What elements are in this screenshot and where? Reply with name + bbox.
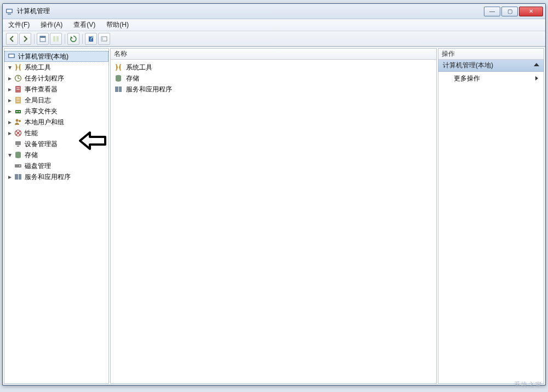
- storage-icon: [114, 74, 123, 83]
- tree-systools[interactable]: ▾ 系统工具: [4, 62, 109, 73]
- svg-rect-31: [15, 174, 18, 180]
- properties-button[interactable]: [50, 33, 62, 45]
- back-button[interactable]: [6, 33, 18, 45]
- expand-icon[interactable]: ▸: [7, 174, 13, 180]
- tree-local-users[interactable]: ▸ 本地用户和组: [4, 117, 109, 128]
- tree-global-log[interactable]: ▸ 全局日志: [4, 95, 109, 106]
- annotation-arrow: [78, 129, 109, 154]
- performance-icon: [14, 129, 22, 137]
- expand-icon[interactable]: ▸: [7, 119, 13, 125]
- svg-rect-19: [16, 100, 20, 100]
- separator: [64, 33, 65, 45]
- actions-heading[interactable]: 计算机管理(本地): [438, 60, 544, 72]
- expand-icon[interactable]: ▸: [7, 130, 13, 136]
- svg-rect-26: [15, 141, 21, 145]
- toolbar: ?: [3, 31, 545, 47]
- tree-panel: 计算机管理(本地) ▾ 系统工具 ▸ 任务计划程序 ▸ 事件查看器: [4, 48, 109, 384]
- tree-label: 性能: [25, 129, 38, 138]
- expand-icon[interactable]: ▸: [7, 76, 13, 82]
- svg-point-30: [19, 165, 20, 166]
- storage-icon: [14, 151, 22, 159]
- tree-event-viewer[interactable]: ▸ 事件查看器: [4, 84, 109, 95]
- list-item[interactable]: 服务和应用程序: [111, 84, 436, 95]
- svg-rect-16: [16, 89, 20, 90]
- refresh-button[interactable]: [67, 33, 79, 45]
- tree-label: 共享文件夹: [25, 107, 58, 116]
- separator: [33, 33, 35, 45]
- svg-rect-29: [15, 164, 21, 168]
- disk-icon: [14, 162, 22, 170]
- close-button[interactable]: ✕: [519, 7, 543, 16]
- svg-rect-4: [40, 36, 45, 38]
- titlebar[interactable]: 计算机管理 — ▢ ✕: [3, 4, 545, 19]
- list-label: 存储: [126, 74, 139, 83]
- tree-label: 磁盘管理: [25, 162, 51, 171]
- services-icon: [114, 85, 123, 94]
- tree-root[interactable]: 计算机管理(本地): [4, 51, 109, 62]
- action-more[interactable]: 更多操作: [438, 72, 544, 85]
- help-button[interactable]: ?: [85, 33, 97, 45]
- clock-icon: [14, 74, 22, 83]
- svg-text:?: ?: [89, 35, 93, 42]
- nav-tree[interactable]: 计算机管理(本地) ▾ 系统工具 ▸ 任务计划程序 ▸ 事件查看器: [4, 49, 109, 383]
- svg-point-23: [16, 119, 19, 122]
- actions-panel: 操作 计算机管理(本地) 更多操作: [438, 48, 544, 384]
- svg-rect-5: [53, 36, 55, 42]
- tools-icon: [14, 63, 22, 72]
- up-button[interactable]: [37, 33, 49, 45]
- collapse-icon[interactable]: ▾: [7, 65, 13, 71]
- tree-services-apps[interactable]: ▸ 服务和应用程序: [4, 171, 109, 182]
- tree-label: 系统工具: [25, 63, 51, 72]
- actions-heading-label: 计算机管理(本地): [443, 61, 493, 70]
- list-label: 系统工具: [126, 63, 152, 72]
- actions-body: 计算机管理(本地) 更多操作: [438, 60, 544, 383]
- column-header-name[interactable]: 名称: [111, 49, 436, 60]
- svg-rect-27: [17, 146, 19, 147]
- tree-task-scheduler[interactable]: ▸ 任务计划程序: [4, 73, 109, 84]
- maximize-button[interactable]: ▢: [501, 7, 518, 16]
- minimize-button[interactable]: —: [484, 7, 500, 16]
- app-icon: [5, 7, 14, 16]
- menu-file[interactable]: 文件(F): [6, 19, 32, 31]
- svg-rect-1: [7, 9, 12, 12]
- menubar: 文件(F) 操作(A) 查看(V) 帮助(H): [3, 19, 545, 31]
- chevron-right-icon: [535, 76, 538, 80]
- svg-point-21: [16, 111, 18, 112]
- svg-rect-12: [9, 55, 14, 57]
- watermark: 系统之家: [514, 381, 543, 389]
- content-list[interactable]: 系统工具 存储 服务和应用程序: [111, 60, 436, 383]
- window-title: 计算机管理: [17, 7, 50, 16]
- menu-view[interactable]: 查看(V): [71, 19, 98, 31]
- list-item[interactable]: 系统工具: [111, 62, 436, 73]
- menu-action[interactable]: 操作(A): [38, 19, 65, 31]
- tree-shared-folders[interactable]: ▸ 共享文件夹: [4, 106, 109, 117]
- collapse-icon[interactable]: ▾: [7, 152, 13, 158]
- tree-label: 设备管理器: [25, 140, 58, 149]
- svg-rect-10: [101, 37, 103, 41]
- forward-button[interactable]: [19, 33, 31, 45]
- tools-icon: [114, 63, 123, 72]
- tree-disk-management[interactable]: 磁盘管理: [4, 160, 109, 171]
- svg-point-24: [19, 120, 21, 122]
- svg-rect-35: [119, 87, 122, 92]
- collapse-icon: [534, 63, 539, 66]
- log-icon: [14, 96, 22, 105]
- tree-label: 任务计划程序: [25, 74, 64, 83]
- svg-rect-20: [16, 101, 20, 102]
- svg-rect-15: [16, 88, 20, 88]
- tree-label: 本地用户和组: [25, 118, 64, 127]
- expand-icon[interactable]: ▸: [7, 108, 13, 114]
- list-label: 服务和应用程序: [126, 85, 172, 94]
- list-item[interactable]: 存储: [111, 73, 436, 84]
- show-hide-button[interactable]: [98, 33, 110, 45]
- app-window: 计算机管理 — ▢ ✕ 文件(F) 操作(A) 查看(V) 帮助(H) ?: [2, 3, 546, 385]
- svg-rect-34: [115, 87, 118, 92]
- tree-label: 存储: [25, 151, 38, 160]
- separator: [82, 33, 83, 45]
- expand-icon[interactable]: ▸: [7, 87, 13, 93]
- svg-rect-32: [19, 174, 21, 180]
- svg-rect-2: [8, 14, 11, 15]
- expand-icon[interactable]: ▸: [7, 97, 13, 103]
- menu-help[interactable]: 帮助(H): [104, 19, 131, 31]
- tree-label: 事件查看器: [25, 85, 58, 94]
